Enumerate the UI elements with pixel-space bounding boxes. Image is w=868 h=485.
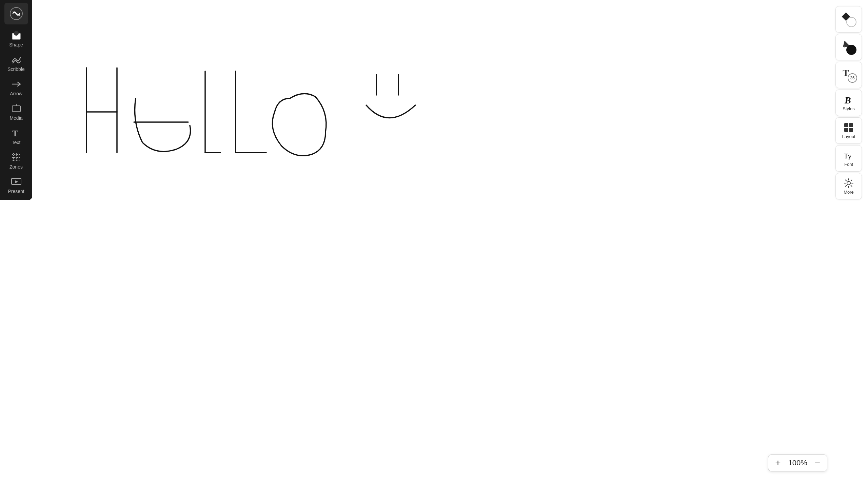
fill-color-button[interactable] (835, 34, 862, 60)
sidebar-item-shape[interactable]: Shape (2, 27, 31, 50)
font-label: Font (844, 162, 853, 167)
font-size-value: 36 (850, 76, 854, 80)
layout-label: Layout (842, 134, 855, 139)
layout-button[interactable]: Layout (835, 117, 862, 144)
right-sidebar: T 36 B Styles Layout Ty Font (835, 6, 862, 199)
font-size-button[interactable]: T 36 (835, 62, 862, 88)
media-label: Media (9, 115, 22, 121)
sidebar-item-zones[interactable]: Zones (2, 149, 31, 172)
zones-label: Zones (9, 164, 23, 170)
shape-label: Shape (9, 42, 23, 47)
zoom-level-display: 100% (788, 459, 808, 467)
more-label: More (844, 190, 854, 195)
left-sidebar: Shape Scribble Arrow Media T Text (0, 0, 32, 200)
sidebar-item-text[interactable]: T Text (2, 125, 31, 148)
present-label: Present (8, 189, 24, 194)
svg-line-1 (13, 12, 20, 15)
font-button[interactable]: Ty Font (835, 145, 862, 172)
svg-text:T: T (12, 129, 18, 138)
svg-rect-18 (849, 123, 853, 127)
styles-label: Styles (843, 106, 854, 111)
svg-text:Ty: Ty (844, 152, 852, 160)
svg-rect-17 (844, 123, 848, 127)
more-button[interactable]: More (835, 173, 862, 199)
svg-text:B: B (844, 95, 851, 105)
svg-rect-19 (844, 128, 848, 132)
sidebar-item-present[interactable]: Present (2, 174, 31, 197)
sidebar-item-media[interactable]: Media (2, 100, 31, 123)
zoom-in-button[interactable]: + (775, 458, 781, 468)
arrow-label: Arrow (10, 91, 22, 96)
zoom-out-button[interactable]: − (815, 458, 820, 468)
svg-rect-20 (849, 128, 853, 132)
text-label: Text (12, 140, 21, 145)
logo-button[interactable] (4, 3, 28, 24)
svg-point-22 (847, 181, 850, 185)
sidebar-item-scribble[interactable]: Scribble (2, 52, 31, 75)
stroke-color-button[interactable] (835, 6, 862, 33)
svg-rect-5 (12, 106, 20, 111)
zoom-controls: + 100% − (768, 454, 827, 471)
scribble-label: Scribble (7, 66, 25, 72)
svg-point-3 (14, 31, 19, 36)
sidebar-item-arrow[interactable]: Arrow (2, 76, 31, 99)
styles-button[interactable]: B Styles (835, 90, 862, 116)
